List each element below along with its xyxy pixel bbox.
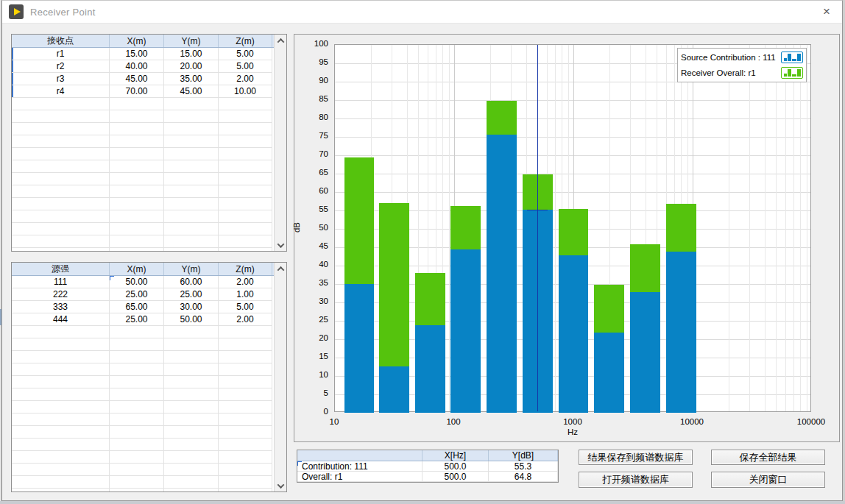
table-cell[interactable] [110, 426, 164, 439]
table-cell[interactable] [110, 235, 164, 248]
table-row[interactable] [12, 210, 274, 223]
table-cell[interactable] [110, 414, 164, 426]
table-cell[interactable] [219, 135, 272, 148]
table-cell[interactable]: r4 [12, 85, 110, 98]
table-row[interactable] [12, 464, 274, 476]
receiver-points-table[interactable]: 接收点X(m)Y(m)Z(m)r115.0015.005.00r240.0020… [11, 34, 287, 252]
table-cell[interactable]: r1 [12, 48, 110, 60]
table-cell[interactable]: 45.00 [110, 73, 164, 85]
table-cell[interactable] [164, 401, 219, 414]
table-row[interactable] [12, 173, 274, 185]
table-cell[interactable] [219, 464, 272, 476]
save-all-results-button[interactable]: 保存全部结果 [711, 450, 825, 465]
table-cell[interactable] [12, 223, 110, 235]
table-cell[interactable] [164, 388, 219, 401]
table-cell[interactable] [12, 351, 110, 363]
table-row[interactable] [12, 223, 274, 235]
table-cell[interactable] [110, 401, 164, 414]
table-cell[interactable]: 2.00 [219, 73, 272, 85]
table-row[interactable]: r115.0015.005.00 [12, 48, 274, 60]
table-cell[interactable] [110, 185, 164, 198]
save-results-to-spectrum-db-button[interactable]: 结果保存到频谱数据库 [579, 450, 693, 465]
table-cell[interactable] [219, 223, 272, 235]
table-cell[interactable] [110, 351, 164, 363]
table-row[interactable] [12, 426, 274, 439]
table-row[interactable] [12, 363, 274, 376]
table-cell[interactable] [110, 326, 164, 338]
table-cell[interactable] [110, 198, 164, 210]
table-cell[interactable] [164, 376, 219, 388]
table-row[interactable] [12, 489, 274, 491]
table-cell[interactable] [219, 351, 272, 363]
table-row[interactable] [12, 235, 274, 248]
table-row[interactable] [12, 123, 274, 135]
table-cell[interactable] [219, 185, 272, 198]
table-cell[interactable] [164, 173, 219, 185]
table-row[interactable] [12, 451, 274, 464]
table-cell[interactable] [12, 426, 110, 439]
table-row[interactable] [12, 388, 274, 401]
table-cell[interactable] [12, 363, 110, 376]
table-cell[interactable] [164, 476, 219, 489]
table-cell[interactable]: 50.00 [164, 313, 219, 326]
table-row[interactable] [12, 135, 274, 148]
table-cell[interactable] [164, 464, 219, 476]
table-cell[interactable] [12, 148, 110, 160]
table-cell[interactable] [164, 338, 219, 351]
table-row[interactable]: 33365.0030.005.00 [12, 301, 274, 313]
table-cell[interactable] [12, 110, 110, 123]
table-cell[interactable] [12, 210, 110, 223]
table-cell[interactable] [219, 110, 272, 123]
table-cell[interactable] [110, 338, 164, 351]
close-window-button[interactable]: 关闭窗口 [711, 472, 825, 488]
table-cell[interactable] [219, 160, 272, 173]
table-cell[interactable] [164, 223, 219, 235]
chart-plot-area[interactable]: Source Contribution : 111Receiver Overal… [334, 44, 811, 412]
table-cell[interactable] [164, 439, 219, 451]
table-cell[interactable] [164, 426, 219, 439]
table-cell[interactable]: 1.00 [219, 288, 272, 301]
table-row[interactable] [12, 338, 274, 351]
table-cell[interactable]: 5.00 [219, 48, 272, 60]
table-row[interactable] [12, 148, 274, 160]
table-cell[interactable]: 35.00 [164, 73, 219, 85]
table-row[interactable] [12, 351, 274, 363]
table-cell[interactable] [12, 388, 110, 401]
open-spectrum-db-button[interactable]: 打开频谱数据库 [579, 472, 693, 488]
table-cell[interactable]: 5.00 [219, 301, 272, 313]
table-cell[interactable] [110, 451, 164, 464]
table-cell[interactable] [219, 338, 272, 351]
table-cell[interactable] [164, 351, 219, 363]
table-cell[interactable] [12, 376, 110, 388]
table-cell[interactable] [164, 248, 219, 251]
table-cell[interactable] [110, 439, 164, 451]
table-cell[interactable]: 45.00 [164, 85, 219, 98]
vertical-scrollbar[interactable] [274, 35, 286, 251]
table-cell[interactable] [12, 489, 110, 491]
table-cell[interactable] [12, 98, 110, 110]
table-row[interactable]: 22225.0025.001.00 [12, 288, 274, 301]
table-cell[interactable] [12, 401, 110, 414]
table-cell[interactable] [219, 426, 272, 439]
table-cell[interactable] [12, 185, 110, 198]
table-cell[interactable] [219, 414, 272, 426]
table-cell[interactable] [219, 210, 272, 223]
table-cell[interactable]: 65.00 [110, 301, 164, 313]
table-cell[interactable]: 15.00 [164, 48, 219, 60]
table-cell[interactable]: r3 [12, 73, 110, 85]
table-row[interactable] [12, 439, 274, 451]
table-cell[interactable] [110, 388, 164, 401]
table-cell[interactable] [12, 476, 110, 489]
table-row[interactable] [12, 248, 274, 251]
table-cell[interactable] [110, 210, 164, 223]
table-cell[interactable] [219, 401, 272, 414]
table-cell[interactable] [219, 248, 272, 251]
table-row[interactable]: r345.0035.002.00 [12, 73, 274, 85]
table-row[interactable] [12, 110, 274, 123]
table-cell[interactable] [110, 223, 164, 235]
table-cell[interactable]: 25.00 [110, 288, 164, 301]
table-cell[interactable] [164, 210, 219, 223]
table-cell[interactable] [219, 388, 272, 401]
table-cell[interactable] [12, 135, 110, 148]
table-cell[interactable]: r2 [12, 60, 110, 73]
